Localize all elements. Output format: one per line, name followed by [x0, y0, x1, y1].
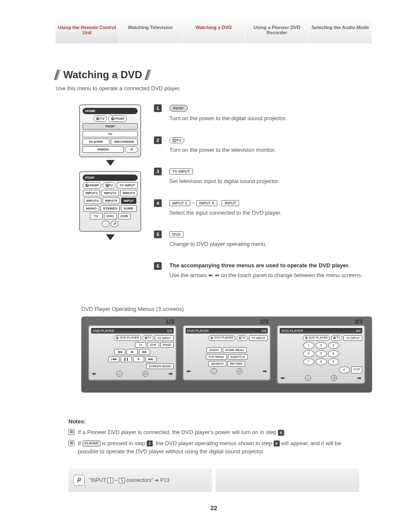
- num-7: 7: [303, 358, 314, 365]
- home-icon: ⌂: [211, 368, 217, 374]
- arrow-right-icon: ➡: [215, 272, 219, 278]
- inline-player-pill: PLAYER: [83, 440, 101, 446]
- step4-pill-input: INPUT: [222, 200, 239, 206]
- dvd-screen-2: 2/3 DVD PLAYER2/3 ⏻ DVD PLAYER⏻TVTV INPU…: [183, 325, 271, 384]
- step4-desc: Select the input connected to the DVD pl…: [169, 209, 372, 217]
- step-number: 2: [154, 136, 162, 144]
- sc-tvin: TV INPUT: [155, 335, 174, 341]
- sc-player: ⏻ DVD PLAYER: [303, 335, 330, 341]
- return-icon: ↺: [237, 368, 242, 374]
- step-number: 1: [154, 104, 162, 112]
- screenmode: SCREEN MODE: [146, 364, 174, 369]
- num-3: 3: [328, 342, 339, 349]
- intro-text: Use this menu to operate a connected DVD…: [56, 85, 372, 92]
- sc-homemenu: HOME MENU: [223, 347, 247, 353]
- step2-desc: Turn on the power to the television moni…: [169, 146, 372, 154]
- screen-frac: 1/3: [166, 318, 174, 325]
- remote-pdsp-power: ⏻ PDSP: [108, 115, 127, 122]
- remote-player-item: PLAYER: [83, 139, 109, 145]
- sc-player: ⏻ DVD PLAYER: [114, 335, 141, 341]
- page-ref-icon: P: [74, 475, 85, 486]
- note2-text: If PLAYER is pressed in step 1, the DVD …: [78, 439, 359, 456]
- remote-tv-item: TV: [83, 131, 138, 137]
- remote-back-icon: ↺: [125, 146, 138, 153]
- remote-finish: FINISH: [83, 146, 124, 153]
- footer-links: P "INPUT 1 – 5 connectors" ➔ P13: [68, 469, 359, 492]
- num-0: 0: [339, 366, 350, 373]
- sc-pdsp-btn: PDSP: [160, 342, 174, 348]
- remote-recorder-item: RECORDER: [111, 139, 138, 145]
- notes-section: Notes: ▦ If a Pioneer DVD player is conn…: [68, 418, 359, 456]
- remote-tv: TV: [90, 213, 103, 219]
- steps-column: 1 PDSP Turn on the power to the digital …: [154, 104, 372, 293]
- return-icon: ↺: [331, 375, 337, 381]
- inline-step-5: 5: [278, 430, 284, 436]
- title-decoration: [54, 70, 61, 80]
- title-decoration: [145, 70, 152, 80]
- remote-panel-pdsp: PDSP ⏻ PDSP ⏻TV TV INPUT INPUT1 INPUT2 I…: [79, 171, 141, 232]
- tab-bar: Using the Remote Control Unit Watching T…: [56, 17, 372, 43]
- inline-step-1: 1: [147, 440, 153, 446]
- pause-icon: ❚❚: [121, 356, 132, 362]
- note-icon: ▦: [68, 429, 74, 435]
- step1-desc: Turn on the power to the digital sound p…: [169, 114, 372, 123]
- step-number: 4: [154, 199, 162, 207]
- screens-box: 1/3 DVD PLAYER1/3 ⏻ DVD PLAYER⏻TVTV INPU…: [81, 316, 372, 393]
- arrow-right-icon: ➡: [169, 371, 173, 377]
- sc-return: RETURN: [228, 361, 245, 366]
- tab-remote[interactable]: Using the Remote Control Unit: [56, 17, 119, 43]
- tab-dvd[interactable]: Watching a DVD: [182, 17, 245, 43]
- remote-pdsp-power: ⏻ PDSP: [83, 182, 101, 189]
- remote-panel-home: HOME ⏻ TV ⏻ PDSP PDSP TV PLAYER RECORDER…: [79, 104, 141, 157]
- next-icon: ▶▶|: [145, 356, 157, 362]
- sc-tv: ⏻TV: [142, 335, 154, 341]
- stop-icon: ■: [133, 356, 144, 362]
- screen-frac: 3/3: [355, 318, 363, 325]
- tab-recorder[interactable]: Using a Pioneer DVD Recorder: [245, 17, 309, 43]
- remote-dvd: DVD: [104, 213, 117, 219]
- sc-search: SEARCH: [208, 361, 226, 366]
- sc-player: ⏻ DVD PLAYER: [208, 335, 235, 341]
- screen-frac: 2/3: [260, 318, 268, 325]
- clr: CLR: [351, 366, 362, 373]
- num-4: 4: [303, 350, 314, 357]
- prev-icon: |◀◀: [108, 356, 119, 362]
- arrow-left-icon: ⬅: [208, 272, 213, 278]
- sc-audio: AUDIO: [207, 347, 222, 353]
- tab-tv[interactable]: Watching Television: [119, 17, 182, 43]
- sc-tvin: TV INPUT: [343, 335, 362, 341]
- num-9: 9: [328, 358, 339, 365]
- step5-pill-dvd: DVD: [169, 231, 183, 237]
- play-icon: ▶: [127, 349, 138, 355]
- remote-input5: INPUT5: [103, 198, 120, 204]
- home-icon: ⌂: [116, 371, 122, 377]
- note1-text: If a Pioneer DVD player is connected, th…: [78, 428, 285, 437]
- remote-input1: INPUT1: [83, 190, 100, 196]
- fastfwd-icon: ▶▶: [139, 349, 150, 355]
- sc-tvin: TV INPUT: [249, 335, 268, 341]
- arrow-down-icon: [106, 160, 115, 166]
- dvd-screen-3: 3/3 DVD PLAYER3/3 ⏻ DVD PLAYER⏻TVTV INPU…: [277, 325, 365, 384]
- page-number: 22: [56, 505, 372, 511]
- step6-desc: Use the arrows ⬅ ➡ on the touch panel to…: [169, 271, 372, 280]
- arrow-right-icon: ➡: [357, 375, 361, 381]
- return-icon: ↺: [111, 221, 118, 227]
- comma: ,: [219, 199, 220, 206]
- screens-title: DVD Player Operating Menus (3 screens): [81, 306, 372, 312]
- tab-audio[interactable]: Selecting the Audio Mode: [309, 17, 372, 43]
- num-8: 8: [316, 358, 327, 365]
- note-icon: ▦: [68, 440, 74, 446]
- step4-pill-input5: INPUT 5: [196, 200, 217, 206]
- remote-input4: INPUT4: [84, 198, 101, 204]
- remote-input2: INPUT2: [101, 190, 118, 196]
- sc-tv: ⏻TV: [237, 335, 248, 341]
- notes-heading: Notes:: [68, 418, 359, 425]
- pdsp-header: PDSP: [83, 174, 138, 181]
- return-icon: ↺: [142, 371, 148, 377]
- sc-tv: ⏻TV: [331, 335, 342, 341]
- remote-stereo: STEREO: [101, 205, 120, 212]
- remote-illustrations: HOME ⏻ TV ⏻ PDSP PDSP TV PLAYER RECORDER…: [56, 104, 141, 245]
- sc-dvr-btn: DVR: [148, 342, 159, 348]
- step2-pill-tv: ⏻TV: [169, 137, 184, 143]
- step5-desc: Change to DVD player operating menu.: [169, 240, 372, 248]
